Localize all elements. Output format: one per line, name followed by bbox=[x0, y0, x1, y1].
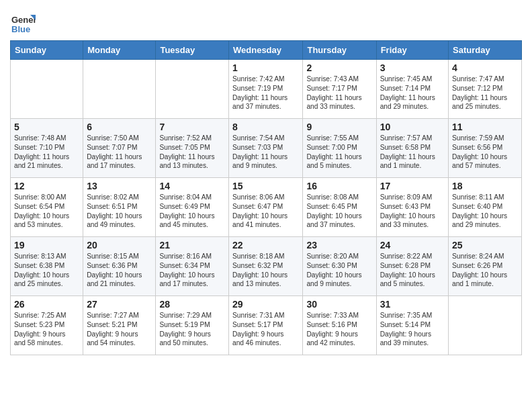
sunrise-text: Sunrise: 7:47 AM bbox=[452, 75, 504, 83]
calendar-week-row: 12Sunrise: 8:00 AMSunset: 6:54 PMDayligh… bbox=[11, 178, 522, 237]
sunset-text: Sunset: 6:47 PM bbox=[232, 203, 283, 210]
weekday-header-tuesday: Tuesday bbox=[156, 41, 229, 60]
day-number: 31 bbox=[380, 299, 445, 310]
daylight-text: and 17 minutes. bbox=[87, 162, 136, 169]
sunrise-text: Sunrise: 7:43 AM bbox=[306, 75, 359, 83]
day-info: Sunrise: 8:13 AMSunset: 6:38 PMDaylight:… bbox=[14, 252, 79, 289]
calendar-cell: 17Sunrise: 8:09 AMSunset: 6:43 PMDayligh… bbox=[376, 178, 448, 237]
sunset-text: Sunset: 7:07 PM bbox=[87, 144, 137, 151]
calendar-week-row: 1Sunrise: 7:42 AMSunset: 7:19 PMDaylight… bbox=[11, 60, 522, 119]
daylight-text: and 41 minutes. bbox=[232, 221, 281, 228]
sunset-text: Sunset: 7:14 PM bbox=[380, 85, 431, 92]
day-info: Sunrise: 8:20 AMSunset: 6:30 PMDaylight:… bbox=[306, 252, 372, 289]
sunrise-text: Sunrise: 8:20 AM bbox=[306, 253, 359, 260]
daylight-text: and 21 minutes. bbox=[14, 162, 63, 169]
sunset-text: Sunset: 6:54 PM bbox=[14, 203, 64, 210]
day-info: Sunrise: 8:24 AMSunset: 6:26 PMDaylight:… bbox=[452, 252, 518, 289]
sunrise-text: Sunrise: 7:45 AM bbox=[380, 75, 433, 83]
day-info: Sunrise: 7:47 AMSunset: 7:12 PMDaylight:… bbox=[452, 75, 518, 111]
daylight-text: Daylight: 11 hours bbox=[452, 94, 507, 101]
sunrise-text: Sunrise: 7:52 AM bbox=[159, 134, 212, 142]
sunset-text: Sunset: 6:49 PM bbox=[159, 203, 210, 210]
sunset-text: Sunset: 6:28 PM bbox=[380, 262, 431, 269]
day-info: Sunrise: 7:55 AMSunset: 7:00 PMDaylight:… bbox=[306, 134, 372, 171]
calendar-cell: 1Sunrise: 7:42 AMSunset: 7:19 PMDaylight… bbox=[229, 60, 303, 119]
sunset-text: Sunset: 6:32 PM bbox=[232, 262, 283, 269]
daylight-text: and 9 minutes. bbox=[306, 280, 351, 287]
calendar-cell: 20Sunrise: 8:15 AMSunset: 6:36 PMDayligh… bbox=[83, 237, 156, 296]
day-number: 29 bbox=[232, 299, 299, 310]
calendar-cell: 23Sunrise: 8:20 AMSunset: 6:30 PMDayligh… bbox=[303, 237, 376, 296]
calendar-cell: 4Sunrise: 7:47 AMSunset: 7:12 PMDaylight… bbox=[449, 60, 522, 119]
sunrise-text: Sunrise: 7:50 AM bbox=[87, 134, 139, 142]
weekday-header-sunday: Sunday bbox=[11, 41, 83, 60]
sunset-text: Sunset: 6:34 PM bbox=[159, 262, 210, 269]
day-number: 11 bbox=[452, 122, 518, 132]
calendar-cell: 16Sunrise: 8:08 AMSunset: 6:45 PMDayligh… bbox=[303, 178, 376, 237]
day-info: Sunrise: 8:22 AMSunset: 6:28 PMDaylight:… bbox=[380, 252, 445, 289]
calendar-cell: 22Sunrise: 8:18 AMSunset: 6:32 PMDayligh… bbox=[229, 237, 303, 296]
logo-icon: General Blue bbox=[10, 9, 36, 35]
sunrise-text: Sunrise: 8:02 AM bbox=[87, 193, 139, 201]
sunrise-text: Sunrise: 8:00 AM bbox=[14, 193, 66, 201]
daylight-text: and 46 minutes. bbox=[232, 339, 281, 347]
daylight-text: and 1 minute. bbox=[380, 162, 422, 169]
logo: General Blue bbox=[10, 9, 38, 35]
page: General Blue SundayMondayTuesdayWednesda… bbox=[0, 0, 532, 411]
daylight-text: and 29 minutes. bbox=[380, 103, 429, 110]
day-info: Sunrise: 7:43 AMSunset: 7:17 PMDaylight:… bbox=[306, 75, 372, 111]
daylight-text: and 37 minutes. bbox=[232, 103, 281, 110]
daylight-text: Daylight: 11 hours bbox=[306, 153, 361, 161]
daylight-text: Daylight: 9 hours bbox=[87, 330, 138, 338]
calendar-cell: 25Sunrise: 8:24 AMSunset: 6:26 PMDayligh… bbox=[449, 237, 522, 296]
calendar-cell bbox=[449, 296, 522, 355]
daylight-text: Daylight: 11 hours bbox=[232, 94, 287, 101]
sunset-text: Sunset: 7:17 PM bbox=[306, 85, 357, 92]
day-info: Sunrise: 8:09 AMSunset: 6:43 PMDaylight:… bbox=[380, 193, 445, 230]
weekday-header-saturday: Saturday bbox=[449, 41, 522, 60]
day-info: Sunrise: 8:15 AMSunset: 6:36 PMDaylight:… bbox=[87, 252, 152, 289]
day-number: 8 bbox=[232, 122, 299, 132]
sunrise-text: Sunrise: 7:57 AM bbox=[380, 134, 433, 142]
day-number: 30 bbox=[306, 299, 372, 310]
calendar-cell: 28Sunrise: 7:29 AMSunset: 5:19 PMDayligh… bbox=[156, 296, 229, 355]
daylight-text: Daylight: 11 hours bbox=[87, 153, 142, 161]
sunset-text: Sunset: 7:03 PM bbox=[232, 144, 283, 151]
daylight-text: Daylight: 10 hours bbox=[87, 212, 142, 220]
calendar-cell: 10Sunrise: 7:57 AMSunset: 6:58 PMDayligh… bbox=[376, 119, 448, 178]
calendar-cell bbox=[156, 60, 229, 119]
calendar-cell bbox=[11, 60, 83, 119]
day-info: Sunrise: 7:57 AMSunset: 6:58 PMDaylight:… bbox=[380, 134, 445, 171]
day-number: 4 bbox=[452, 62, 518, 73]
sunrise-text: Sunrise: 8:06 AM bbox=[232, 193, 285, 201]
daylight-text: Daylight: 10 hours bbox=[159, 271, 214, 279]
day-number: 23 bbox=[306, 240, 372, 250]
daylight-text: and 53 minutes. bbox=[14, 221, 63, 228]
sunset-text: Sunset: 7:10 PM bbox=[14, 144, 64, 151]
daylight-text: and 58 minutes. bbox=[14, 339, 63, 347]
day-number: 1 bbox=[232, 62, 299, 73]
calendar-cell: 8Sunrise: 7:54 AMSunset: 7:03 PMDaylight… bbox=[229, 119, 303, 178]
sunrise-text: Sunrise: 7:31 AM bbox=[232, 312, 285, 319]
daylight-text: and 13 minutes. bbox=[232, 280, 281, 287]
day-info: Sunrise: 7:27 AMSunset: 5:21 PMDaylight:… bbox=[87, 311, 152, 348]
day-number: 28 bbox=[159, 299, 225, 310]
daylight-text: Daylight: 10 hours bbox=[452, 271, 507, 279]
daylight-text: Daylight: 11 hours bbox=[380, 153, 435, 161]
day-number: 7 bbox=[159, 122, 225, 132]
daylight-text: Daylight: 11 hours bbox=[380, 94, 435, 101]
day-number: 20 bbox=[87, 240, 152, 250]
day-number: 26 bbox=[14, 299, 79, 310]
sunset-text: Sunset: 5:21 PM bbox=[87, 321, 137, 328]
calendar-cell: 6Sunrise: 7:50 AMSunset: 7:07 PMDaylight… bbox=[83, 119, 156, 178]
sunset-text: Sunset: 6:51 PM bbox=[87, 203, 137, 210]
weekday-header-monday: Monday bbox=[83, 41, 156, 60]
calendar-cell: 21Sunrise: 8:16 AMSunset: 6:34 PMDayligh… bbox=[156, 237, 229, 296]
calendar-cell: 18Sunrise: 8:11 AMSunset: 6:40 PMDayligh… bbox=[449, 178, 522, 237]
sunrise-text: Sunrise: 7:25 AM bbox=[14, 312, 66, 319]
weekday-header-wednesday: Wednesday bbox=[229, 41, 303, 60]
day-info: Sunrise: 7:45 AMSunset: 7:14 PMDaylight:… bbox=[380, 75, 445, 111]
sunrise-text: Sunrise: 7:48 AM bbox=[14, 134, 66, 142]
day-info: Sunrise: 7:59 AMSunset: 6:56 PMDaylight:… bbox=[452, 134, 518, 171]
daylight-text: and 25 minutes. bbox=[452, 103, 501, 110]
